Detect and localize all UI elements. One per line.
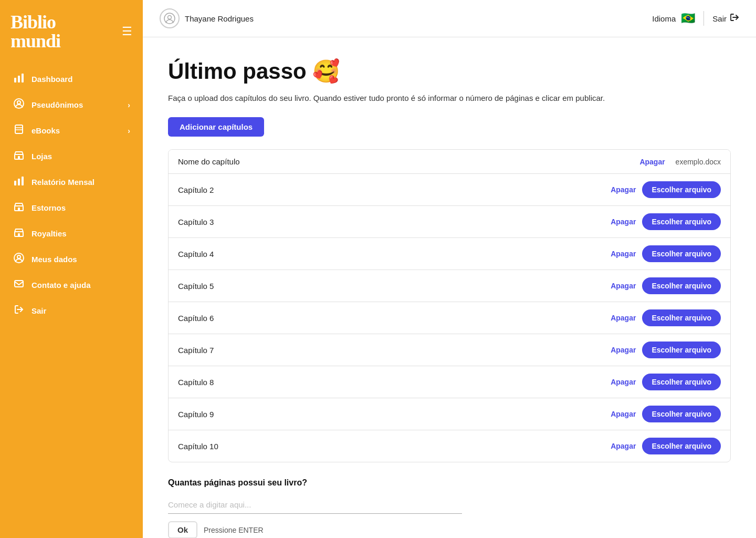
chapter-file-label: exemplo.docx — [676, 158, 721, 166]
chapter-row: Capítulo 10ApagarEscolher arquivo — [169, 430, 730, 462]
sidebar-nav: Dashboard Pseudônimos › eBooks › Lojas — [0, 61, 143, 538]
sair-nav-label: Sair — [32, 306, 46, 315]
user-avatar — [160, 8, 180, 28]
chapter-row: Capítulo 2ApagarEscolher arquivo — [169, 174, 730, 206]
flag-icon[interactable]: 🇧🇷 — [681, 12, 695, 25]
chapter-name: Capítulo 2 — [178, 185, 598, 194]
store2-icon — [13, 201, 25, 214]
logo-mundi: mundi — [10, 32, 60, 50]
add-chapters-button[interactable]: Adicionar capítulos — [168, 117, 264, 137]
chapter-name: Capítulo 3 — [178, 218, 598, 226]
user-circle2-icon — [13, 253, 25, 266]
hamburger-icon[interactable]: ☰ — [122, 25, 132, 38]
royalties-label: Royalties — [32, 229, 67, 238]
chapter-row: Capítulo 9ApagarEscolher arquivo — [169, 398, 730, 430]
svg-rect-12 — [22, 177, 24, 185]
svg-rect-19 — [15, 281, 23, 287]
chapter-apagar-button[interactable]: Apagar — [604, 250, 636, 258]
sidebar-item-lojas[interactable]: Lojas — [0, 143, 143, 169]
topbar-exit-icon — [730, 13, 739, 25]
escolher-arquivo-button[interactable]: Escolher arquivo — [642, 438, 721, 454]
svg-rect-2 — [22, 74, 24, 82]
topbar: Thayane Rodrigues Idioma 🇧🇷 Sair — [143, 0, 756, 37]
svg-rect-11 — [18, 179, 20, 185]
chapter-row: Capítulo 8ApagarEscolher arquivo — [169, 366, 730, 398]
chapter-row: Capítulo 4ApagarEscolher arquivo — [169, 238, 730, 270]
chapter-apagar-button[interactable]: Apagar — [604, 378, 636, 386]
svg-rect-16 — [18, 233, 20, 236]
escolher-arquivo-button[interactable]: Escolher arquivo — [642, 181, 721, 198]
ok-button[interactable]: Ok — [168, 521, 197, 538]
chapter-name: Capítulo 4 — [178, 250, 598, 258]
chapter-name: Capítulo 10 — [178, 442, 598, 451]
sidebar-item-pseudonimos[interactable]: Pseudônimos › — [0, 92, 143, 118]
topbar-user: Thayane Rodrigues — [160, 8, 646, 28]
bar-chart-icon — [13, 73, 25, 86]
sidebar-item-contato[interactable]: Contato e ajuda — [0, 272, 143, 298]
envelope-icon — [13, 278, 25, 292]
logo: Biblio mundi — [10, 13, 60, 50]
sidebar-item-meus-dados[interactable]: Meus dados — [0, 246, 143, 272]
escolher-arquivo-button[interactable]: Escolher arquivo — [642, 342, 721, 358]
sidebar-item-dashboard[interactable]: Dashboard — [0, 66, 143, 92]
sidebar-item-ebooks[interactable]: eBooks › — [0, 118, 143, 143]
escolher-arquivo-button[interactable]: Escolher arquivo — [642, 406, 721, 422]
sidebar-item-royalties[interactable]: Royalties — [0, 221, 143, 246]
svg-point-22 — [168, 16, 172, 19]
chapter-row: Capítulo 7ApagarEscolher arquivo — [169, 334, 730, 366]
pages-input-wrapper — [168, 496, 462, 514]
topbar-sair-label: Sair — [712, 14, 727, 23]
escolher-arquivo-button[interactable]: Escolher arquivo — [642, 309, 721, 326]
chapter-apagar-button[interactable]: Apagar — [604, 282, 636, 290]
ebooks-label: eBooks — [32, 126, 60, 135]
ebooks-chevron-icon: › — [128, 127, 130, 135]
meus-dados-label: Meus dados — [32, 255, 77, 264]
chapter-apagar-button[interactable]: Apagar — [604, 314, 636, 322]
chapter-row: Nome do capítuloApagarexemplo.docx — [169, 150, 730, 174]
chapter-apagar-button[interactable]: Apagar — [604, 185, 636, 194]
chapter-row: Capítulo 3ApagarEscolher arquivo — [169, 206, 730, 238]
ok-hint: Pressione ENTER — [204, 526, 264, 534]
svg-rect-9 — [18, 156, 20, 159]
pages-input[interactable] — [168, 496, 462, 514]
page-subtitle: Faça o upload dos capítulos do seu livro… — [168, 94, 731, 102]
idioma-label: Idioma — [652, 14, 676, 23]
store3-icon — [13, 227, 25, 240]
escolher-arquivo-button[interactable]: Escolher arquivo — [642, 374, 721, 390]
logo-biblio: Biblio — [10, 13, 60, 32]
chapter-apagar-button[interactable]: Apagar — [604, 442, 636, 450]
chapter-apagar-button[interactable]: Apagar — [604, 346, 636, 354]
relatorio-label: Relatório Mensal — [32, 178, 94, 187]
chapter-apagar-button[interactable]: Apagar — [604, 218, 636, 226]
exit-icon — [13, 304, 25, 317]
chapter-apagar-button[interactable]: Apagar — [604, 410, 636, 418]
user-circle-icon — [13, 98, 25, 111]
chapter-apagar-button[interactable]: Apagar — [634, 158, 665, 166]
svg-rect-10 — [14, 181, 16, 185]
topbar-right: Idioma 🇧🇷 Sair — [652, 11, 739, 26]
chapters-table: Nome do capítuloApagarexemplo.docxCapítu… — [168, 149, 731, 462]
svg-rect-0 — [14, 78, 16, 82]
escolher-arquivo-button[interactable]: Escolher arquivo — [642, 245, 721, 262]
chapter-name: Nome do capítulo — [178, 157, 627, 166]
chapter-row: Capítulo 5ApagarEscolher arquivo — [169, 270, 730, 302]
escolher-arquivo-button[interactable]: Escolher arquivo — [642, 277, 721, 294]
chapter-name: Capítulo 6 — [178, 314, 598, 323]
store-icon — [13, 150, 25, 163]
chapter-name: Capítulo 8 — [178, 378, 598, 387]
pages-section: Quantas páginas possui seu livro? Ok Pre… — [168, 478, 731, 538]
topbar-user-name: Thayane Rodrigues — [185, 14, 254, 23]
sidebar-item-relatorio[interactable]: Relatório Mensal — [0, 169, 143, 195]
chapter-row: Capítulo 6ApagarEscolher arquivo — [169, 302, 730, 334]
main-content: Thayane Rodrigues Idioma 🇧🇷 Sair Último … — [143, 0, 756, 538]
sidebar-item-sair[interactable]: Sair — [0, 298, 143, 324]
pseudonimos-label: Pseudônimos — [32, 100, 83, 109]
sidebar-item-estornos[interactable]: Estornos — [0, 195, 143, 221]
lojas-label: Lojas — [32, 152, 52, 161]
topbar-sair-button[interactable]: Sair — [712, 13, 739, 25]
svg-point-18 — [17, 255, 20, 258]
page-content: Último passo 🥰 Faça o upload dos capítul… — [143, 37, 756, 538]
estornos-label: Estornos — [32, 203, 66, 212]
svg-rect-5 — [15, 125, 23, 133]
escolher-arquivo-button[interactable]: Escolher arquivo — [642, 213, 721, 230]
